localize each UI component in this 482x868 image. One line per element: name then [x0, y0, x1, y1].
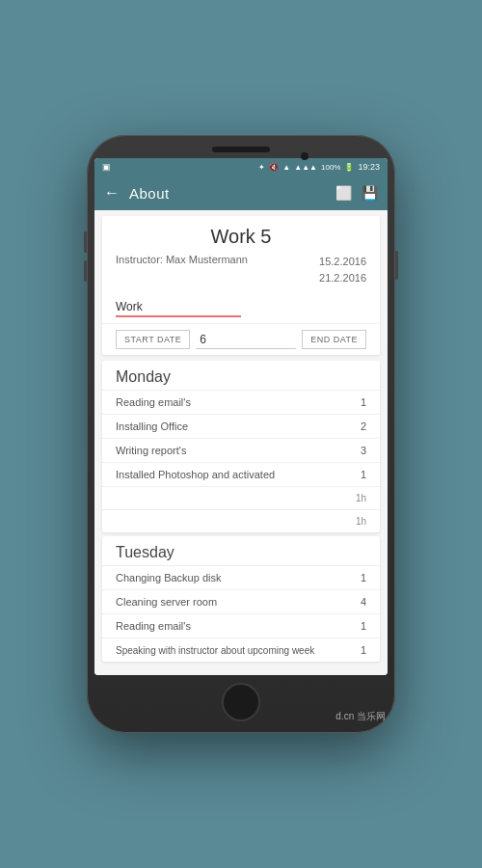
tuesday-section: Tuesday Changing Backup disk 1 Cleaning … [102, 536, 380, 662]
task-row: 1h [102, 486, 380, 509]
app-bar: ← About ⬜ 💾 [94, 176, 388, 210]
power-button[interactable] [395, 251, 398, 280]
task-name: Writing report's [116, 445, 186, 456]
task-name: Reading email's [116, 396, 191, 408]
task-count: 1 [361, 572, 366, 583]
task-row: Reading email's 1 [102, 390, 380, 414]
battery-text: 100% [321, 163, 340, 172]
monday-header: Monday [102, 361, 380, 390]
end-date-button[interactable]: END DATE [302, 330, 366, 349]
task-row: Cleaning server room 4 [102, 589, 380, 613]
task-count: 1 [361, 644, 366, 656]
signal-icon: ▲▲▲ [294, 163, 317, 172]
task-hour: 1h [356, 493, 366, 503]
app-bar-title: About [129, 185, 335, 202]
start-date-button[interactable]: START DATE [116, 330, 190, 349]
save-icon[interactable]: 💾 [362, 185, 378, 201]
work-label-row [102, 293, 380, 323]
home-button[interactable] [222, 683, 260, 721]
task-name: Installed Photoshop and activated [116, 469, 275, 480]
volume-down-button[interactable] [84, 260, 87, 282]
battery-icon: 🔋 [344, 163, 354, 172]
phone-outer: ▣ ✦ 🔇 ▲ ▲▲▲ 100% 🔋 19:23 ← About ⬜ 💾 Wor [87, 135, 395, 733]
bluetooth-icon: ✦ [258, 163, 265, 172]
end-date-display: 21.2.2016 [319, 270, 366, 286]
task-count: 1 [361, 469, 366, 480]
watermark: d.cn 当乐网 [335, 710, 386, 723]
tuesday-header: Tuesday [102, 536, 380, 565]
work-meta: Instructor: Max Mustermann 15.2.2016 21.… [116, 254, 366, 285]
work-label-input[interactable] [116, 300, 241, 317]
back-button[interactable]: ← [104, 184, 120, 202]
work-header: Work 5 Instructor: Max Mustermann 15.2.2… [102, 216, 380, 293]
task-name: Installing Office [116, 420, 188, 432]
date-row: START DATE END DATE [102, 323, 380, 355]
task-row: Writing report's 3 [102, 438, 380, 462]
task-count: 1 [361, 396, 366, 408]
task-row: Changing Backup disk 1 [102, 565, 380, 589]
camera-icon[interactable]: ⬜ [335, 185, 352, 201]
task-hour: 1h [356, 516, 366, 527]
date-number-input[interactable] [196, 331, 296, 349]
phone-camera [301, 152, 308, 160]
phone-screen: ▣ ✦ 🔇 ▲ ▲▲▲ 100% 🔋 19:23 ← About ⬜ 💾 Wor [94, 158, 388, 675]
instructor-label: Instructor: Max Mustermann [116, 254, 248, 265]
task-name: Changing Backup disk [116, 572, 221, 583]
screen-icon: ▣ [102, 162, 111, 172]
phone-speaker [212, 147, 270, 152]
task-count: 2 [361, 420, 366, 432]
task-count: 1 [361, 620, 366, 632]
content-area: Work 5 Instructor: Max Mustermann 15.2.2… [94, 210, 388, 675]
task-row: Installing Office 2 [102, 414, 380, 438]
task-name: Speaking with instructor about upcoming … [116, 645, 314, 656]
task-name: Reading email's [116, 620, 191, 632]
work-card: Work 5 Instructor: Max Mustermann 15.2.2… [102, 216, 380, 355]
start-date-display: 15.2.2016 [319, 254, 366, 270]
status-left: ▣ [102, 162, 111, 172]
work-dates: 15.2.2016 21.2.2016 [319, 254, 366, 285]
task-row: Reading email's 1 [102, 613, 380, 637]
time-display: 19:23 [358, 162, 380, 172]
app-bar-actions: ⬜ 💾 [335, 185, 378, 201]
mute-icon: 🔇 [269, 163, 279, 172]
task-row: Speaking with instructor about upcoming … [102, 637, 380, 662]
task-count: 4 [361, 596, 366, 608]
volume-up-button[interactable] [84, 231, 87, 253]
monday-section: Monday Reading email's 1 Installing Offi… [102, 361, 380, 532]
status-bar: ▣ ✦ 🔇 ▲ ▲▲▲ 100% 🔋 19:23 [94, 158, 388, 176]
task-name: Cleaning server room [116, 596, 217, 608]
work-title: Work 5 [116, 226, 366, 248]
task-row: 1h [102, 509, 380, 532]
task-row: Installed Photoshop and activated 1 [102, 462, 380, 486]
wifi-icon: ▲ [282, 163, 290, 172]
task-count: 3 [361, 445, 366, 456]
